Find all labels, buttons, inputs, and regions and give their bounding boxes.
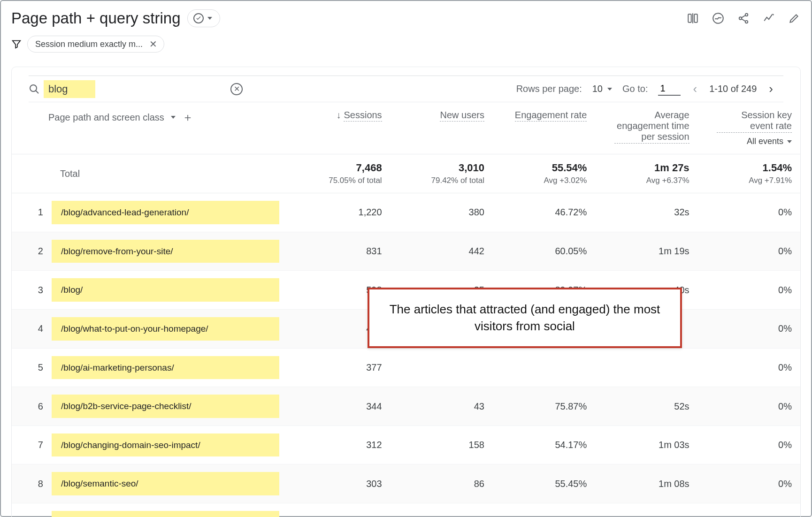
page-path[interactable]: /blog/changing-domain-seo-impact/ (52, 433, 279, 457)
metric-cell: 32s (595, 193, 697, 232)
check-circle-icon (193, 13, 204, 23)
metric-cell: 158 (391, 426, 493, 464)
clear-search-button[interactable]: ✕ (230, 83, 243, 95)
metric-cell: 54.17% (493, 426, 595, 464)
table-row[interactable]: 7/blog/changing-domain-seo-impact/312158… (12, 426, 800, 464)
metric-cell: 0% (698, 387, 800, 426)
search-input[interactable] (44, 80, 95, 98)
page-path[interactable]: /blog/semantic-seo/ (52, 472, 279, 495)
add-dimension-button[interactable]: ＋ (182, 110, 193, 125)
row-index: 1 (12, 193, 52, 232)
metric-cell: 55.45% (493, 464, 595, 503)
caret-down-icon (171, 116, 176, 119)
metric-cell: 52s (595, 387, 697, 426)
metric-cell (595, 348, 697, 387)
row-index: 5 (12, 348, 52, 387)
metric-cell: 284 (288, 503, 390, 517)
row-index: 7 (12, 426, 52, 464)
sort-desc-icon: ↓ (336, 110, 341, 120)
column-header-key-event-rate[interactable]: Session key event rate All events (698, 102, 800, 154)
share-icon[interactable] (737, 12, 750, 25)
page-path[interactable]: /blog/advanced-lead-generation/ (52, 201, 279, 224)
column-header-avg-engagement-time[interactable]: Average engagement time per session (595, 102, 697, 154)
insights-icon[interactable] (712, 12, 725, 25)
page-range: 1-10 of 249 (709, 84, 757, 94)
column-header-engagement[interactable]: Engagement rate (493, 102, 595, 154)
metric-cell: 0% (698, 271, 800, 310)
pagination: Rows per page: 10 Go to: ‹ 1-10 of 249 › (516, 80, 775, 98)
metric-cell: 75.87% (493, 387, 595, 426)
metric-cell: 1,220 (288, 193, 390, 232)
metric-cell: 120 (391, 503, 493, 517)
row-index: 2 (12, 232, 52, 271)
search-icon (29, 84, 40, 95)
metric-cell: 1m 03s (595, 426, 697, 464)
goto-label: Go to: (622, 84, 648, 94)
filter-icon[interactable] (11, 39, 22, 49)
metric-cell: 41s (595, 503, 697, 517)
event-filter-select[interactable]: All events (706, 137, 792, 146)
metric-cell: 380 (391, 193, 493, 232)
metric-cell: 831 (288, 232, 390, 271)
caret-down-icon (787, 140, 792, 143)
svg-rect-0 (688, 14, 691, 22)
filter-chip-remove[interactable]: ✕ (147, 38, 159, 51)
column-header-sessions[interactable]: ↓Sessions (288, 102, 390, 154)
edit-icon[interactable] (788, 12, 801, 25)
svg-rect-1 (694, 14, 697, 22)
report-card: ✕ Rows per page: 10 Go to: ‹ 1-10 of 249… (11, 67, 801, 517)
page-path[interactable]: /blog/b2b-service-page-checklist/ (52, 395, 279, 418)
metric-cell: 0% (698, 193, 800, 232)
filter-chip-label: Session medium exactly m... (35, 39, 143, 49)
metric-cell: 86 (391, 464, 493, 503)
caret-down-icon (207, 17, 212, 20)
metric-cell: 0% (698, 232, 800, 271)
caret-down-icon (607, 88, 612, 91)
report-status-dropdown[interactable] (187, 9, 220, 27)
row-index: 3 (12, 271, 52, 310)
metric-cell: 344 (288, 387, 390, 426)
trend-icon[interactable] (762, 12, 775, 25)
svg-line-7 (742, 15, 746, 18)
compare-icon[interactable] (686, 12, 699, 25)
metric-cell (493, 348, 595, 387)
prev-page-button[interactable]: ‹ (691, 80, 699, 98)
page-path[interactable]: /blog/ (52, 278, 279, 302)
filter-chip[interactable]: Session medium exactly m... ✕ (27, 36, 164, 53)
metric-cell: 303 (288, 464, 390, 503)
svg-line-8 (742, 19, 746, 21)
table-row[interactable]: 8/blog/semantic-seo/3038655.45%1m 08s0% (12, 464, 800, 503)
column-header-newusers[interactable]: New users (391, 102, 493, 154)
dimension-header[interactable]: Page path and screen class (48, 112, 164, 123)
page-path[interactable]: /blog/what-to-put-on-your-homepage/ (52, 317, 279, 341)
table-row[interactable]: 6/blog/b2b-service-page-checklist/344437… (12, 387, 800, 426)
table-row[interactable]: 2/blog/remove-from-your-site/83144260.05… (12, 232, 800, 271)
metric-cell: 46.72% (493, 193, 595, 232)
filter-bar: Session medium exactly m... ✕ (11, 36, 801, 53)
table-row[interactable]: 9/blog/ai-content-strategy/28412056.34%4… (12, 503, 800, 517)
page-path[interactable]: /blog/remove-from-your-site/ (52, 240, 279, 263)
metric-cell: 60.05% (493, 232, 595, 271)
table-row[interactable]: 5/blog/ai-marketing-personas/3770% (12, 348, 800, 387)
rows-per-page-select[interactable]: 10 (592, 84, 612, 94)
totals-row: Total 7,46875.05% of total 3,01079.42% o… (12, 154, 800, 193)
svg-point-9 (30, 85, 37, 91)
next-page-button[interactable]: › (767, 80, 775, 98)
metric-cell: 0% (698, 464, 800, 503)
page-title: Page path + query string (11, 9, 181, 27)
report-header: Page path + query string (11, 9, 801, 27)
row-index: 4 (12, 309, 52, 348)
table-row[interactable]: 1/blog/advanced-lead-generation/1,220380… (12, 193, 800, 232)
metric-cell: 377 (288, 348, 390, 387)
page-path[interactable]: /blog/ai-marketing-personas/ (52, 356, 279, 380)
metric-cell: 312 (288, 426, 390, 464)
metric-cell (391, 348, 493, 387)
metric-cell: 0% (698, 348, 800, 387)
page-path[interactable]: /blog/ai-content-strategy/ (52, 511, 279, 517)
goto-input[interactable] (658, 82, 681, 96)
rows-per-page-label: Rows per page: (516, 84, 582, 94)
metric-cell: 0% (698, 503, 800, 517)
row-index: 9 (12, 503, 52, 517)
metric-cell: 442 (391, 232, 493, 271)
svg-line-10 (36, 91, 38, 93)
